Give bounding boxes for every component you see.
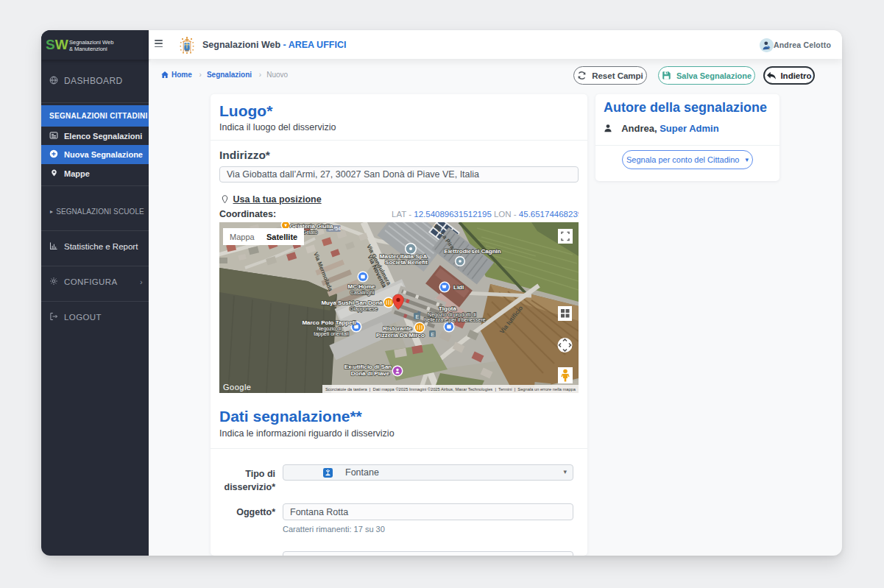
svg-text:tappeti orientali: tappeti orientali bbox=[314, 331, 349, 337]
svg-text:Società Benefit: Società Benefit bbox=[385, 259, 428, 266]
svg-text:Google: Google bbox=[223, 383, 251, 392]
svg-text:E: E bbox=[416, 314, 420, 319]
svg-text:Muya Sushi San Donà: Muya Sushi San Donà bbox=[321, 300, 383, 306]
svg-text:bellezza e per il benessere: bellezza e per il benessere bbox=[424, 317, 485, 323]
svg-text:Elettrodiesel Cagnin: Elettrodiesel Cagnin bbox=[444, 248, 501, 255]
svg-text:Ex utificio di San: Ex utificio di San bbox=[344, 364, 392, 370]
svg-text:Scorciatoie da tastiera | Da: Scorciatoie da tastiera | Dati mappa ©20… bbox=[325, 387, 576, 392]
svg-text:Lidl: Lidl bbox=[453, 284, 464, 291]
svg-text:Mappa: Mappa bbox=[230, 233, 255, 241]
svg-text:Tigotà: Tigotà bbox=[439, 305, 456, 312]
svg-text:Pizzeria Da Mirco: Pizzeria Da Mirco bbox=[376, 332, 425, 339]
svg-text:Gelato: Gelato bbox=[303, 230, 318, 235]
svg-text:Casalinghi: Casalinghi bbox=[350, 290, 375, 296]
svg-text:Satellite: Satellite bbox=[266, 233, 297, 241]
svg-text:Giapponese: Giapponese bbox=[350, 306, 378, 312]
svg-text:MC Home: MC Home bbox=[348, 283, 375, 290]
svg-text:Donà di Piave: Donà di Piave bbox=[351, 370, 390, 377]
svg-text:Ristorante: Ristorante bbox=[383, 325, 412, 332]
svg-text:Marco Polo Tappeti: Marco Polo Tappeti bbox=[302, 319, 356, 326]
svg-text:E: E bbox=[431, 332, 435, 337]
